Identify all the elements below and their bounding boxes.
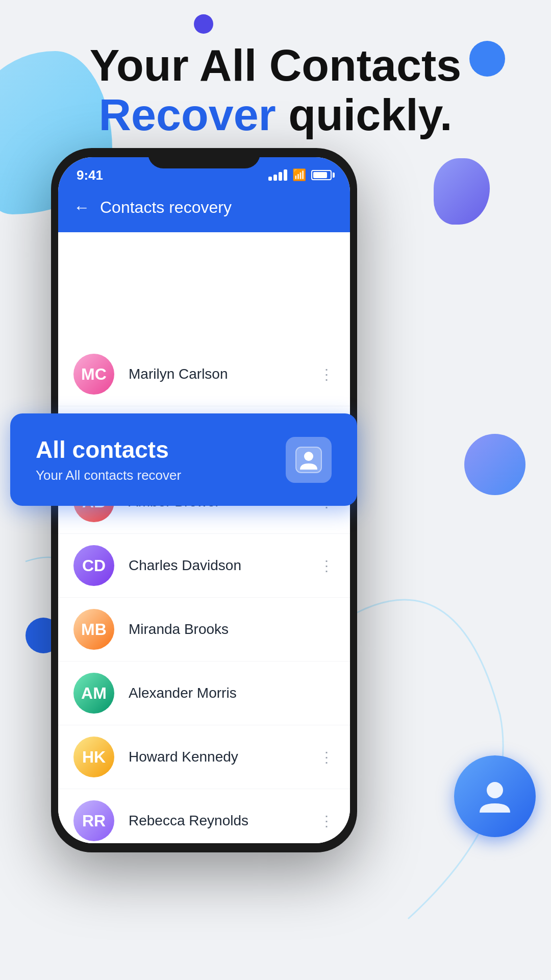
contact-menu-button[interactable]: ⋮: [319, 749, 335, 766]
contact-name: Rebecca Reynolds: [129, 813, 319, 829]
list-item[interactable]: MBMiranda Brooks: [58, 598, 350, 662]
wifi-icon: 📶: [292, 168, 306, 182]
contacts-icon-box: [286, 437, 332, 483]
contact-name: Marilyn Carlson: [129, 366, 319, 382]
list-item[interactable]: HKHoward Kennedy⋮: [58, 725, 350, 789]
app-title: Contacts recovery: [100, 198, 232, 217]
contact-menu-button[interactable]: ⋮: [319, 813, 335, 829]
phone-notch: [148, 148, 260, 168]
contacts-card-icon: [295, 446, 322, 474]
contact-name: Howard Kennedy: [129, 749, 319, 765]
contact-menu-button[interactable]: ⋮: [319, 366, 335, 383]
headline-line2: Recover quickly.: [0, 90, 551, 140]
svg-point-1: [304, 452, 313, 461]
status-time: 9:41: [77, 167, 103, 183]
back-button[interactable]: ←: [73, 198, 90, 217]
list-item[interactable]: AMAlexander Morris: [58, 662, 350, 725]
headline-blue: Recover: [99, 89, 276, 140]
contact-name: Alexander Morris: [129, 685, 335, 701]
bg-dot-top: [194, 14, 213, 34]
headline-line1: Your All Contacts: [0, 41, 551, 90]
contact-avatar: RR: [73, 800, 114, 841]
contact-avatar: MB: [73, 609, 114, 650]
list-item[interactable]: MCMarilyn Carlson⋮: [58, 342, 350, 406]
fab-person-icon: [474, 776, 515, 817]
status-icons: 📶: [268, 168, 332, 182]
contact-avatar: AM: [73, 673, 114, 714]
svg-point-2: [487, 782, 503, 798]
signal-icon: [268, 169, 287, 181]
app-header: ← Contacts recovery: [58, 188, 350, 232]
contact-menu-button[interactable]: ⋮: [319, 557, 335, 574]
all-contacts-card[interactable]: All contacts Your All contacts recover: [10, 413, 357, 506]
contact-name: Charles Davidson: [129, 557, 319, 574]
headline-rest: quickly.: [276, 89, 453, 140]
all-contacts-title: All contacts: [36, 436, 181, 463]
contact-name: Miranda Brooks: [129, 621, 335, 638]
battery-icon: [311, 170, 332, 180]
all-contacts-subtitle: Your All contacts recover: [36, 468, 181, 483]
contact-avatar: MC: [73, 354, 114, 395]
fab-contact-button[interactable]: [454, 755, 536, 837]
headline: Your All Contacts Recover quickly.: [0, 41, 551, 140]
bg-dot-right: [464, 434, 525, 495]
bg-blob-mid: [434, 158, 490, 225]
list-item[interactable]: CDCharles Davidson⋮: [58, 534, 350, 598]
contact-avatar: CD: [73, 545, 114, 586]
all-contacts-text: All contacts Your All contacts recover: [36, 436, 181, 483]
list-item[interactable]: RRRebecca Reynolds⋮: [58, 789, 350, 843]
contact-avatar: HK: [73, 737, 114, 777]
separator: [58, 232, 350, 240]
